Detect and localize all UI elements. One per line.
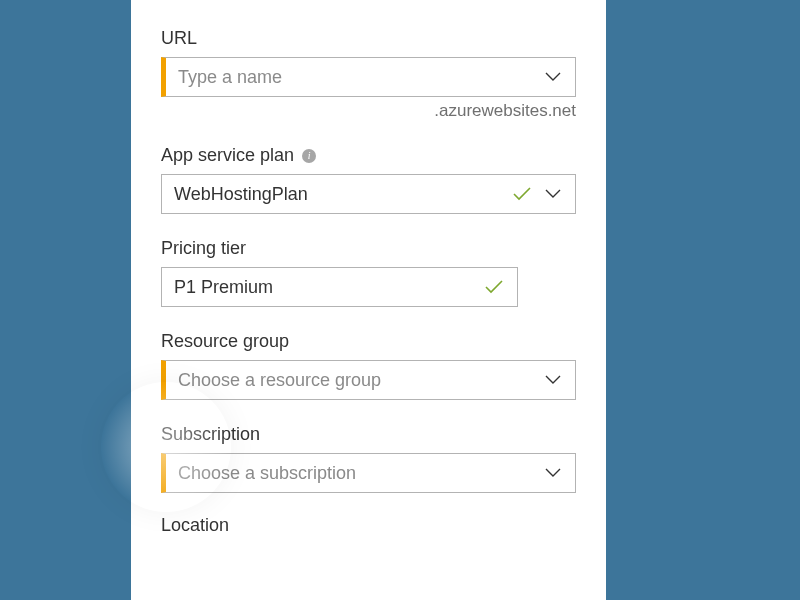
resource-group-label: Resource group bbox=[161, 331, 289, 352]
location-field-group: Location bbox=[161, 515, 576, 536]
subscription-select[interactable]: Choose a subscription bbox=[161, 453, 576, 493]
check-icon bbox=[513, 187, 531, 201]
url-placeholder: Type a name bbox=[166, 67, 545, 88]
subscription-label: Subscription bbox=[161, 424, 260, 445]
subscription-field-group: Subscription Choose a subscription bbox=[161, 424, 576, 493]
url-suffix: .azurewebsites.net bbox=[161, 101, 576, 121]
form-panel: URL Type a name .azurewebsites.net App s… bbox=[131, 0, 606, 600]
resource-group-field-group: Resource group Choose a resource group bbox=[161, 331, 576, 400]
resource-group-placeholder: Choose a resource group bbox=[166, 370, 545, 391]
chevron-down-icon bbox=[545, 468, 561, 478]
resource-group-select[interactable]: Choose a resource group bbox=[161, 360, 576, 400]
app-service-plan-field-group: App service plan i WebHostingPlan bbox=[161, 145, 576, 214]
pricing-tier-select[interactable]: P1 Premium bbox=[161, 267, 518, 307]
app-service-plan-value: WebHostingPlan bbox=[162, 184, 513, 205]
url-input[interactable]: Type a name bbox=[161, 57, 576, 97]
location-label: Location bbox=[161, 515, 229, 536]
pricing-tier-field-group: Pricing tier P1 Premium bbox=[161, 238, 576, 307]
chevron-down-icon bbox=[545, 189, 561, 199]
pricing-tier-label: Pricing tier bbox=[161, 238, 246, 259]
url-label: URL bbox=[161, 28, 197, 49]
subscription-placeholder: Choose a subscription bbox=[166, 463, 545, 484]
app-service-plan-select[interactable]: WebHostingPlan bbox=[161, 174, 576, 214]
info-icon[interactable]: i bbox=[302, 149, 316, 163]
url-field-group: URL Type a name .azurewebsites.net bbox=[161, 28, 576, 121]
app-service-plan-label: App service plan bbox=[161, 145, 294, 166]
chevron-down-icon bbox=[545, 72, 561, 82]
check-icon bbox=[485, 280, 503, 294]
pricing-tier-value: P1 Premium bbox=[162, 277, 485, 298]
chevron-down-icon bbox=[545, 375, 561, 385]
